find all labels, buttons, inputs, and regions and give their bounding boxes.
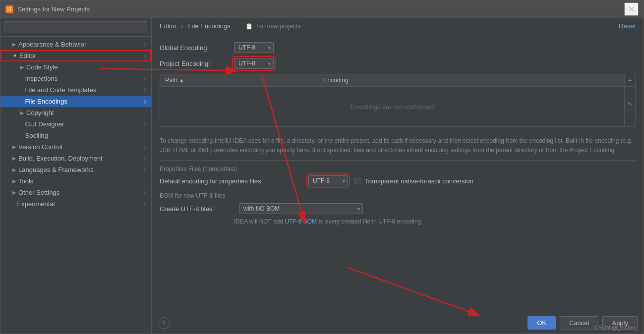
project-encoding-row: Project Encoding: UTF-8 [160,58,636,69]
arrow-icon: ▶ [20,110,24,115]
path-encoding-table: Path ▲ Encoding Encodings are not config… [160,74,636,127]
copy-icon: ⎘ [144,42,147,48]
sidebar-item-inspections[interactable]: Inspections ⎘ [0,73,151,84]
arrow-icon: ▼ [12,53,17,58]
transparent-conversion-checkbox[interactable] [354,178,360,184]
sidebar-item-other-settings[interactable]: ▶ Other Settings ⎘ [0,187,151,198]
arrow-icon: ▶ [20,64,24,70]
help-button[interactable]: ? [158,317,170,329]
copy-icon: ⎘ [144,87,147,93]
cancel-button[interactable]: Cancel [560,316,598,330]
watermark: CSDN @_esther_ [595,325,639,331]
sidebar-item-version-control[interactable]: ▶ Version Control ⎘ [0,141,151,153]
arrow-icon [20,133,23,138]
sidebar: ▶ Appearance & Behavior ⎘ ▼ Editor ⎘ ▶ C… [0,18,152,334]
table-inner: Path ▲ Encoding Encodings are not config… [160,74,624,126]
remove-row-button[interactable]: − [625,87,635,99]
sidebar-item-code-style[interactable]: ▶ Code Style [0,61,151,73]
sidebar-item-editor[interactable]: ▼ Editor ⎘ [0,50,151,61]
sidebar-item-experimental[interactable]: Experimental ⎘ [0,198,151,210]
breadcrumb-parent: Editor [160,22,176,30]
arrow-icon: ▶ [12,156,16,161]
sidebar-item-label: Appearance & Behavior [18,41,86,48]
sidebar-item-label: Build, Execution, Deployment [18,155,103,162]
breadcrumb-current: File Encodings [188,22,231,30]
dialog-body: ▶ Appearance & Behavior ⎘ ▼ Editor ⎘ ▶ C… [0,18,644,334]
arrow-icon [20,121,23,127]
info-text: To change encoding IntelliJ IDEA uses fo… [160,131,636,161]
sidebar-item-tools[interactable]: ▶ Tools [0,175,151,187]
global-encoding-dropdown[interactable]: UTF-8 [234,42,274,53]
col-path: Path ▲ [160,74,318,86]
arrow-icon: ▶ [12,167,16,172]
copy-icon: ⎘ [144,190,147,196]
sidebar-item-file-code-templates[interactable]: File and Code Templates ⎘ [0,84,151,96]
arrow-icon [20,99,23,104]
sidebar-item-label: Code Style [26,63,58,71]
arrow-icon [20,87,23,93]
sidebar-item-label: Inspections [25,75,58,82]
arrow-icon: ▶ [12,42,16,47]
sidebar-item-label: Version Control [18,143,62,151]
bottom-bar: ? OK Cancel Apply [152,312,644,334]
content-header: Editor › File Encodings 📋 For new projec… [152,18,644,34]
copy-icon: ⎘ [144,99,147,105]
sidebar-item-label: Copyright [26,109,54,116]
arrow-icon: ▶ [12,144,16,150]
table-body: Encodings are not configured [160,87,624,126]
add-row-button[interactable]: + [625,74,635,87]
sidebar-item-label: Tools [18,177,33,185]
sidebar-item-label: Spelling [25,132,48,139]
search-input[interactable] [4,21,147,33]
properties-section-label: Properties Files (*.properties) [160,166,636,172]
col-encoding: Encoding [318,74,624,86]
sidebar-item-appearance[interactable]: ▶ Appearance & Behavior ⎘ [0,39,151,50]
transparent-conversion-label: Transparent native-to-ascii conversion [364,177,473,185]
breadcrumb-separator: › [181,22,183,30]
global-encoding-dropdown-wrapper: UTF-8 [234,42,274,53]
global-encoding-label: Global Encoding: [160,44,234,52]
copy-icon: ⎘ [144,53,147,59]
reset-button[interactable]: Reset [619,22,636,30]
global-encoding-row: Global Encoding: UTF-8 [160,42,636,53]
sidebar-item-label: Other Settings [18,189,59,196]
default-encoding-dropdown[interactable]: UTF-8 [308,175,348,186]
copy-icon: ⎘ [144,201,147,207]
project-encoding-dropdown[interactable]: UTF-8 [234,58,274,69]
copy-icon: ⎘ [144,121,147,127]
sidebar-item-file-encodings[interactable]: File Encodings ⎘ [0,96,151,107]
copy-icon: ⎘ [144,144,147,150]
sidebar-item-spelling[interactable]: Spelling [0,130,151,141]
bom-section-label: BOM for new UTF-8 files [160,192,636,199]
sidebar-item-label: File and Code Templates [25,86,97,94]
sidebar-item-label: Languages & Frameworks [18,166,94,173]
arrow-icon: ▶ [12,190,16,195]
table-empty-message: Encodings are not configured [350,103,434,111]
close-button[interactable]: ✕ [624,2,639,16]
table-header: Path ▲ Encoding [160,74,624,87]
sidebar-item-gui-designer[interactable]: GUI Designer ⎘ [0,118,151,130]
sidebar-item-label: File Encodings [25,98,67,105]
create-utf8-dropdown[interactable]: with NO BOM [239,203,363,214]
bom-section: BOM for new UTF-8 files Create UTF-8 fil… [160,192,636,225]
breadcrumb: Editor › File Encodings [160,22,231,30]
copy-icon: ⎘ [144,156,147,162]
arrow-icon [12,201,15,207]
idea-note: IDEA will NOT add UTF-8 BOM to every cre… [160,218,636,225]
default-encoding-row: Default encoding for properties files: U… [160,175,636,186]
sidebar-item-label: Experimental [17,200,55,208]
transparent-conversion-row: Transparent native-to-ascii conversion [354,177,473,185]
sidebar-item-build-execution[interactable]: ▶ Build, Execution, Deployment ⎘ [0,153,151,164]
content-panel: Editor › File Encodings 📋 For new projec… [152,18,644,334]
project-encoding-dropdown-wrapper: UTF-8 [234,58,274,69]
default-encoding-label: Default encoding for properties files: [160,177,308,185]
title-bar: IJ Settings for New Projects ✕ [0,0,644,18]
settings-dialog: IJ Settings for New Projects ✕ ▶ Appeara… [0,0,644,334]
copy-icon: ⎘ [144,167,147,173]
ok-button[interactable]: OK [527,316,556,330]
edit-row-button[interactable]: ✎ [625,99,635,110]
sidebar-item-copyright[interactable]: ▶ Copyright [0,107,151,118]
arrow-icon: ▶ [12,178,16,184]
sidebar-item-languages-frameworks[interactable]: ▶ Languages & Frameworks ⎘ [0,164,151,175]
content-main: Global Encoding: UTF-8 Project Encoding:… [152,34,644,312]
